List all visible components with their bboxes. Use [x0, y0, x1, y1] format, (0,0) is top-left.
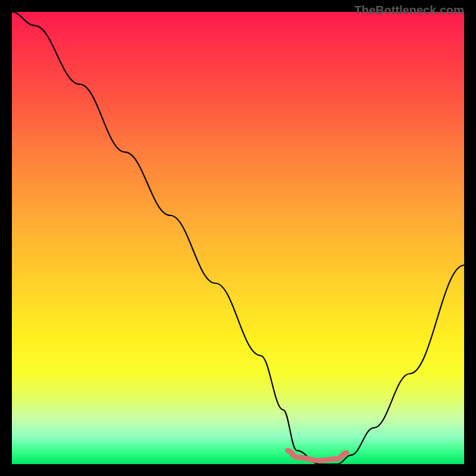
plot-area	[12, 12, 464, 464]
bottleneck-curve	[12, 12, 464, 464]
highlight-segment	[288, 450, 347, 461]
chart-svg	[12, 12, 464, 464]
watermark-text: TheBottleneck.com	[355, 4, 464, 17]
